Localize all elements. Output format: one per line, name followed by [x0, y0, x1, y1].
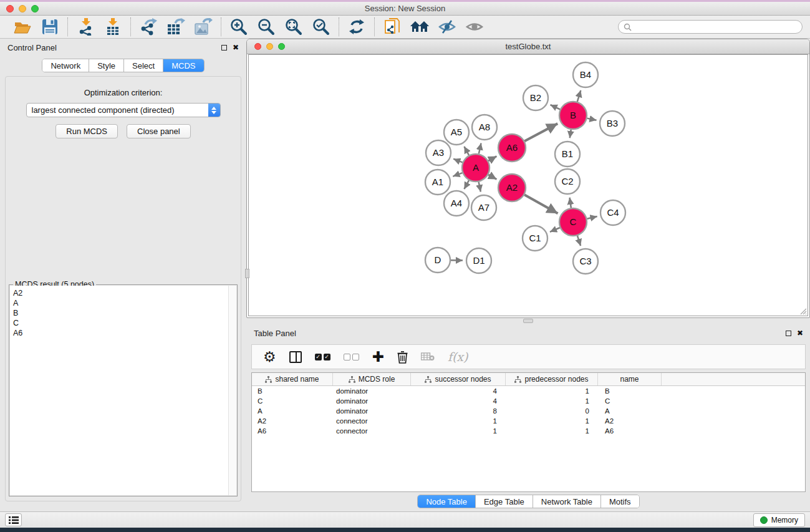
table-row[interactable]: Bdominator41B [252, 386, 805, 396]
tab-node-table[interactable]: Node Table [418, 495, 476, 508]
import-table-button[interactable] [102, 17, 124, 36]
edge-A-A1[interactable] [453, 173, 462, 177]
edge-C-C4[interactable] [587, 216, 597, 219]
zoom-fit-button[interactable] [282, 17, 305, 36]
tab-network[interactable]: Network [42, 59, 89, 72]
search-input[interactable] [634, 22, 797, 31]
network-from-selection-button[interactable] [381, 17, 403, 36]
column-header-predecessor-nodes[interactable]: predecessor nodes [506, 373, 598, 385]
settings-gear-icon[interactable]: ⚙ [263, 350, 276, 364]
node-label-A: A [473, 162, 479, 173]
toggle-columns-icon[interactable] [289, 351, 302, 363]
home-button[interactable] [408, 17, 431, 36]
network-minimize-button[interactable] [266, 43, 273, 50]
tab-select[interactable]: Select [124, 59, 163, 72]
zoom-out-button[interactable] [255, 17, 277, 36]
select-all-icon[interactable]: ✓✓ [315, 354, 330, 360]
table-row[interactable]: Cdominator41C [252, 396, 805, 406]
criterion-dropdown[interactable]: largest connected component (directed) [26, 103, 221, 117]
tab-network-table[interactable]: Network Table [533, 495, 601, 508]
float-table-panel-icon[interactable] [786, 331, 791, 336]
deselect-all-icon[interactable] [344, 354, 359, 360]
edge-A-A4[interactable] [464, 180, 469, 189]
network-window-titlebar[interactable]: testGlobe.txt [247, 39, 809, 54]
resize-grip-icon[interactable] [799, 307, 807, 315]
mcds-result-item[interactable]: B [13, 308, 236, 318]
zoom-window-button[interactable] [31, 5, 39, 12]
close-window-button[interactable] [6, 5, 14, 12]
hide-selected-button[interactable] [436, 17, 458, 36]
edge-A-A5[interactable] [464, 147, 469, 155]
refresh-button[interactable] [345, 17, 368, 36]
edge-A-A7[interactable] [479, 182, 481, 192]
delete-table-icon[interactable] [421, 352, 435, 361]
edge-C-C1[interactable] [550, 228, 560, 232]
table-row[interactable]: A2connector11A2 [252, 416, 805, 426]
column-header-successor-nodes[interactable]: successor nodes [411, 373, 506, 385]
edge-B-B3[interactable] [587, 118, 597, 120]
column-header-name[interactable]: name [598, 373, 662, 385]
minimize-window-button[interactable] [19, 5, 26, 12]
home-icon [410, 19, 430, 34]
tab-edge-table[interactable]: Edge Table [476, 495, 533, 508]
table-header-row: shared nameMCDS rolesuccessor nodesprede… [252, 373, 805, 386]
import-network-button[interactable] [74, 17, 97, 36]
network-canvas[interactable]: B4B2BB3A5A8A6B1A3AC2A1A2A4A7C4CC1C3DD1 [248, 54, 808, 316]
task-history-button[interactable] [5, 513, 22, 526]
splitter-handle-horizontal[interactable] [523, 319, 533, 323]
tab-mcds[interactable]: MCDS [163, 59, 203, 72]
splitter-handle-vertical[interactable] [245, 269, 249, 278]
function-builder-icon[interactable]: f(x) [448, 350, 468, 364]
column-header-shared-name[interactable]: shared name [252, 373, 333, 385]
edge-A-A3[interactable] [453, 159, 463, 163]
edge-A-A8[interactable] [479, 143, 481, 153]
app-titlebar: Session: New Session [0, 2, 810, 16]
mcds-result-item[interactable]: A6 [13, 328, 236, 338]
network-close-button[interactable] [254, 43, 261, 50]
delete-column-icon[interactable] [397, 351, 408, 364]
table-row[interactable]: A6connector11A6 [252, 426, 805, 436]
export-table-button[interactable] [165, 17, 187, 36]
edge-A-A2[interactable] [488, 175, 496, 179]
search-box[interactable] [618, 20, 803, 34]
tab-style[interactable]: Style [89, 59, 124, 72]
export-network-button[interactable] [137, 17, 160, 36]
import-table-icon [104, 18, 122, 36]
add-column-icon[interactable]: ✚ [372, 350, 384, 364]
node-label-A1: A1 [432, 177, 443, 187]
zoom-selected-button[interactable] [310, 17, 332, 36]
edge-B-B1[interactable] [570, 130, 571, 138]
table-panel-title: Table Panel [254, 329, 296, 338]
zoom-in-button[interactable] [228, 17, 250, 36]
export-image-button[interactable] [192, 17, 215, 36]
mcds-result-item[interactable]: A [13, 298, 236, 308]
save-session-button[interactable] [39, 17, 61, 36]
criterion-dropdown-value: largest connected component (directed) [27, 105, 208, 115]
show-all-button[interactable] [463, 17, 486, 36]
close-panel-icon[interactable]: ✖ [233, 44, 239, 51]
memory-button[interactable]: Memory [753, 513, 805, 527]
edge-A2-C[interactable] [524, 195, 558, 213]
run-mcds-button[interactable]: Run MCDS [55, 124, 118, 138]
zoom-fit-icon [285, 18, 302, 36]
float-panel-icon[interactable] [221, 45, 227, 51]
edge-C-C3[interactable] [577, 236, 581, 246]
edge-B-B2[interactable] [551, 105, 561, 109]
edge-C-C2[interactable] [570, 198, 571, 208]
close-panel-button[interactable]: Close panel [127, 124, 191, 138]
import-network-icon [77, 18, 94, 36]
close-table-panel-icon[interactable]: ✖ [797, 329, 803, 337]
network-zoom-button[interactable] [278, 43, 285, 50]
mcds-result-list[interactable]: A2ABCA6 [10, 286, 236, 495]
edge-A6-B[interactable] [524, 123, 557, 141]
table-row[interactable]: Adominator80A [252, 406, 805, 416]
mcds-result-scrollbar[interactable] [228, 286, 236, 495]
column-header-MCDS-role[interactable]: MCDS role [333, 373, 411, 385]
edge-A-A6[interactable] [488, 157, 496, 161]
control-panel-tabs: NetworkStyleSelectMCDS [42, 59, 204, 72]
mcds-result-item[interactable]: A2 [13, 288, 236, 298]
edge-B-B4[interactable] [577, 90, 581, 102]
mcds-result-item[interactable]: C [13, 318, 236, 328]
tab-motifs[interactable]: Motifs [601, 495, 639, 508]
open-session-button[interactable] [11, 17, 34, 36]
